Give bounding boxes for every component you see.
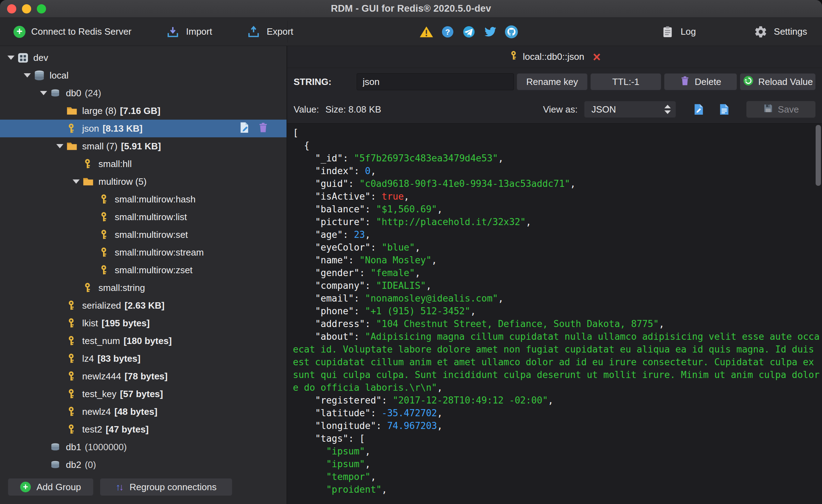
tree-item-local[interactable]: local [0, 67, 287, 84]
tree-item-label: newlz444 [82, 371, 121, 382]
json-line: "company": "IDEALIS", [293, 279, 822, 292]
json-value-viewer[interactable]: [ { "_id": "5f7b26973c483ea3479d4e53", "… [287, 123, 822, 504]
host-icon [33, 69, 48, 81]
tree-item-lz4[interactable]: lz4[83 bytes] [0, 350, 287, 367]
tree-item-small-multirow-set[interactable]: small:multirow:set [0, 226, 287, 244]
key-icon [66, 123, 81, 134]
app-window: RDM - GUI for Redis® 2020.5.0-dev + Conn… [0, 0, 822, 504]
tree-item-serialized[interactable]: serialized[2.63 KB] [0, 297, 287, 314]
regroup-connections-button[interactable]: ↑↓ Regroup connections [100, 478, 233, 496]
ttl-button[interactable]: TTL:-1 [590, 73, 661, 90]
json-line: "balance": "$1,560.69", [293, 203, 822, 216]
json-line: "isActive": true, [293, 190, 822, 203]
github-icon[interactable] [504, 24, 519, 39]
collapse-arrow-icon[interactable] [54, 144, 66, 148]
tree-item-newlz444[interactable]: newlz444[78 bytes] [0, 367, 287, 385]
key-icon [66, 371, 81, 382]
reload-icon [743, 75, 754, 89]
connect-label: Connect to Redis Server [31, 26, 131, 37]
value-view-controls: View as: JSON Save [543, 101, 816, 118]
delete-key-icon[interactable] [257, 122, 269, 136]
tree-item-db1[interactable]: db1(1000000) [0, 438, 287, 456]
view-as-value: JSON [591, 104, 616, 115]
tree-item-label: test_key [82, 389, 117, 400]
tree-item-newlz4[interactable]: newlz4[48 bytes] [0, 403, 287, 420]
tree-item-small-7[interactable]: small (7)[5.91 KB] [0, 137, 287, 155]
export-button[interactable]: Export [246, 24, 293, 39]
view-as-text-icon[interactable] [719, 103, 730, 115]
db-icon [50, 459, 64, 469]
reload-value-button[interactable]: Reload Value [740, 73, 816, 90]
tree-item-small-multirow-zset[interactable]: small:multirow:zset [0, 261, 287, 279]
settings-button[interactable]: Settings [753, 24, 807, 39]
telegram-icon[interactable] [461, 24, 476, 39]
add-group-label: Add Group [36, 482, 81, 493]
collapse-arrow-icon[interactable] [21, 73, 33, 78]
add-group-button[interactable]: + Add Group [8, 478, 93, 496]
import-button[interactable]: Import [165, 24, 212, 39]
delete-key-button[interactable]: Delete [664, 73, 737, 90]
json-line: "picture": "http://placehold.it/32x32", [293, 216, 822, 228]
tree-item-small-multirow-list[interactable]: small:multirow:list [0, 208, 287, 226]
key-size: [83 bytes] [97, 353, 140, 364]
tree-item-multirow-5[interactable]: multirow (5) [0, 173, 287, 190]
scrollbar-thumb[interactable] [816, 125, 821, 186]
json-line: "eyeColor": "blue", [293, 241, 822, 254]
tree-item-small-string[interactable]: small:string [0, 279, 287, 297]
tab-bar: local::db0::json × [287, 46, 822, 68]
vertical-scrollbar[interactable] [816, 125, 821, 503]
plus-circle-icon: + [20, 482, 31, 492]
warning-icon[interactable] [419, 24, 434, 39]
tree-item-test2[interactable]: test2[47 bytes] [0, 420, 287, 438]
key-name-input[interactable] [357, 73, 514, 90]
import-label: Import [186, 26, 212, 37]
close-window-button[interactable] [7, 4, 16, 13]
tree-item-small-multirow-stream[interactable]: small:multirow:stream [0, 244, 287, 261]
json-line: "latitude": -35.472702, [293, 407, 822, 419]
collapse-arrow-icon[interactable] [70, 179, 82, 184]
tree-item-db0[interactable]: db0(24) [0, 84, 287, 102]
help-icon[interactable]: ? [440, 24, 455, 39]
rename-key-button[interactable]: Rename key [517, 73, 588, 90]
key-icon [82, 282, 97, 293]
tree-item-label: db2 [66, 459, 81, 470]
tree-item-label: small:multirow:set [115, 229, 188, 240]
tree-item-large-8[interactable]: large (8)[7.16 GB] [0, 102, 287, 120]
key-icon [98, 194, 113, 205]
edit-key-icon[interactable] [238, 121, 250, 136]
key-controls-row: STRING: Rename key TTL:-1 Delete Reload … [287, 68, 822, 96]
value-controls-row: Value: Size: 8.08 KB View as: JSON [287, 96, 822, 123]
tab-close-icon[interactable]: × [593, 50, 601, 64]
connect-to-redis-server-button[interactable]: + Connect to Redis Server [13, 26, 131, 38]
tab-local-db0-json[interactable]: local::db0::json × [509, 50, 601, 64]
tree-item-label: small (7) [82, 141, 118, 152]
twitter-icon[interactable] [483, 24, 498, 39]
key-icon [66, 406, 81, 417]
tree-item-label: small:multirow:list [115, 212, 187, 223]
view-as-select[interactable]: JSON [584, 101, 676, 118]
tree-item-test-num[interactable]: test_num[180 bytes] [0, 332, 287, 350]
zoom-window-button[interactable] [37, 4, 46, 13]
key-size: [7.16 GB] [120, 105, 160, 116]
tree-item-label: lkist [82, 318, 98, 329]
tree-item-small-hll[interactable]: small:hll [0, 155, 287, 173]
tree-item-dev[interactable]: dev [0, 49, 287, 67]
tree-item-json[interactable]: json[8.13 KB] [0, 120, 287, 137]
folder-icon [82, 176, 97, 188]
key-icon [66, 389, 81, 399]
tree-item-small-multirow-hash[interactable]: small:multirow:hash [0, 190, 287, 208]
tree-item-test-key[interactable]: test_key[57 bytes] [0, 385, 287, 403]
minimize-window-button[interactable] [22, 4, 31, 13]
collapse-arrow-icon[interactable] [38, 91, 50, 95]
traffic-lights [7, 0, 46, 17]
tree-item-label: large (8) [82, 105, 117, 116]
toolbar-status-icons: ? [419, 24, 519, 39]
regroup-label: Regroup connections [130, 482, 217, 493]
tree-item-lkist[interactable]: lkist[195 bytes] [0, 314, 287, 332]
edit-in-editor-icon[interactable] [693, 103, 704, 115]
log-button[interactable]: Log [660, 24, 696, 39]
save-button[interactable]: Save [746, 101, 816, 118]
collapse-arrow-icon[interactable] [5, 56, 17, 60]
json-line: e do officia laboris.\r\n", [293, 381, 822, 394]
tree-item-db2[interactable]: db2(0) [0, 456, 287, 469]
